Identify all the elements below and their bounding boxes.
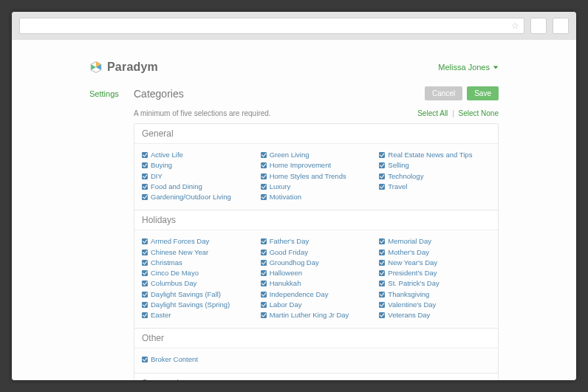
section-header: Other (134, 328, 498, 348)
checkbox-icon[interactable] (142, 302, 148, 308)
category-item[interactable]: Travel (379, 182, 490, 192)
category-item[interactable]: Columbus Day (142, 278, 253, 289)
category-item[interactable]: Home Improvement (261, 160, 372, 171)
category-label: Veterans Day (388, 310, 430, 320)
category-item[interactable]: DIY (142, 171, 253, 182)
category-item[interactable]: Daylight Savings (Spring) (142, 300, 253, 310)
category-label: Martin Luther King Jr Day (270, 310, 349, 320)
browser-window: ☆ Paradym (12, 12, 576, 380)
category-item[interactable]: President's Day (379, 268, 490, 278)
category-column: Real Estate News and TipsSellingTechnolo… (379, 150, 490, 202)
checkbox-icon[interactable] (379, 173, 385, 179)
category-label: Mother's Day (388, 247, 429, 258)
checkbox-icon[interactable] (379, 270, 385, 276)
category-item[interactable]: Halloween (261, 268, 372, 278)
checkbox-icon[interactable] (142, 194, 148, 200)
category-label: Good Friday (270, 247, 308, 258)
category-item[interactable]: Memorial Day (379, 236, 490, 247)
checkbox-icon[interactable] (142, 250, 148, 255)
checkbox-icon[interactable] (379, 162, 385, 168)
category-item[interactable]: Real Estate News and Tips (379, 150, 490, 160)
category-item[interactable]: Labor Day (261, 300, 372, 310)
category-item[interactable]: St. Patrick's Day (379, 278, 490, 289)
checkbox-icon[interactable] (142, 238, 148, 244)
category-item[interactable]: Father's Day (261, 236, 372, 247)
category-item[interactable]: Mother's Day (379, 247, 490, 258)
category-item[interactable]: Daylight Savings (Fall) (142, 289, 253, 300)
select-all-link[interactable]: Select All (417, 109, 448, 117)
category-item[interactable]: Independence Day (261, 289, 372, 300)
save-button[interactable]: Save (467, 86, 499, 100)
checkbox-icon[interactable] (261, 312, 267, 318)
category-item[interactable]: Hanukkah (261, 278, 372, 289)
select-none-link[interactable]: Select None (459, 109, 499, 117)
bookmark-star-icon[interactable]: ☆ (511, 21, 519, 31)
url-input[interactable]: ☆ (19, 18, 524, 34)
checkbox-icon[interactable] (379, 281, 385, 286)
checkbox-icon[interactable] (261, 152, 267, 158)
category-item[interactable]: Easter (142, 310, 253, 320)
brand[interactable]: Paradym (89, 61, 158, 74)
checkbox-icon[interactable] (142, 162, 148, 168)
category-item[interactable]: Technology (379, 171, 490, 182)
checkbox-icon[interactable] (142, 152, 148, 158)
checkbox-icon[interactable] (261, 281, 267, 286)
category-column: Memorial DayMother's DayNew Year's DayPr… (379, 236, 490, 320)
checkbox-icon[interactable] (379, 238, 385, 244)
category-item[interactable]: Thanksgiving (379, 289, 490, 300)
category-item[interactable]: Veterans Day (379, 310, 490, 320)
cancel-button[interactable]: Cancel (425, 86, 462, 100)
checkbox-icon[interactable] (142, 173, 148, 179)
browser-button-2[interactable] (553, 18, 569, 34)
checkbox-icon[interactable] (379, 260, 385, 266)
category-item[interactable]: Chinese New Year (142, 247, 253, 258)
checkbox-icon[interactable] (261, 292, 267, 298)
checkbox-icon[interactable] (379, 184, 385, 190)
checkbox-icon[interactable] (379, 302, 385, 308)
category-item[interactable]: Luxury (261, 182, 372, 192)
category-item[interactable]: Active Life (142, 150, 253, 160)
checkbox-icon[interactable] (261, 250, 267, 255)
checkbox-icon[interactable] (379, 152, 385, 158)
category-item[interactable]: Food and Dining (142, 182, 253, 192)
category-item[interactable]: Gardening/Outdoor Living (142, 192, 253, 202)
checkbox-icon[interactable] (142, 260, 148, 266)
category-item[interactable]: Cinco De Mayo (142, 268, 253, 278)
checkbox-icon[interactable] (261, 270, 267, 276)
checkbox-icon[interactable] (142, 270, 148, 276)
category-item[interactable]: Good Friday (261, 247, 372, 258)
category-item[interactable]: Valentine's Day (379, 300, 490, 310)
category-item[interactable]: Selling (379, 160, 490, 171)
checkbox-icon[interactable] (261, 260, 267, 266)
checkbox-icon[interactable] (261, 302, 267, 308)
checkbox-icon[interactable] (142, 357, 148, 362)
category-item[interactable]: Home Styles and Trends (261, 171, 372, 182)
checkbox-icon[interactable] (261, 173, 267, 179)
category-label: Halloween (270, 268, 302, 278)
checkbox-icon[interactable] (379, 250, 385, 255)
category-item[interactable]: Green Living (261, 150, 372, 160)
category-item[interactable]: New Year's Day (379, 258, 490, 268)
category-item[interactable]: Broker Content (142, 354, 253, 365)
checkbox-icon[interactable] (261, 162, 267, 168)
checkbox-icon[interactable] (142, 184, 148, 190)
category-item[interactable]: Motivation (261, 192, 372, 202)
checkbox-icon[interactable] (261, 184, 267, 190)
browser-button-1[interactable] (530, 18, 547, 34)
user-menu[interactable]: Melissa Jones (438, 63, 499, 72)
checkbox-icon[interactable] (379, 292, 385, 298)
category-label: President's Day (388, 268, 437, 278)
category-item[interactable]: Buying (142, 160, 253, 171)
category-label: Food and Dining (151, 182, 202, 192)
nav-settings[interactable]: Settings (89, 89, 134, 98)
category-item[interactable]: Groundhog Day (261, 258, 372, 268)
checkbox-icon[interactable] (261, 194, 267, 200)
checkbox-icon[interactable] (379, 312, 385, 318)
checkbox-icon[interactable] (142, 281, 148, 286)
category-item[interactable]: Martin Luther King Jr Day (261, 310, 372, 320)
checkbox-icon[interactable] (261, 238, 267, 244)
category-item[interactable]: Christmas (142, 258, 253, 268)
checkbox-icon[interactable] (142, 312, 148, 318)
category-item[interactable]: Armed Forces Day (142, 236, 253, 247)
checkbox-icon[interactable] (142, 292, 148, 298)
